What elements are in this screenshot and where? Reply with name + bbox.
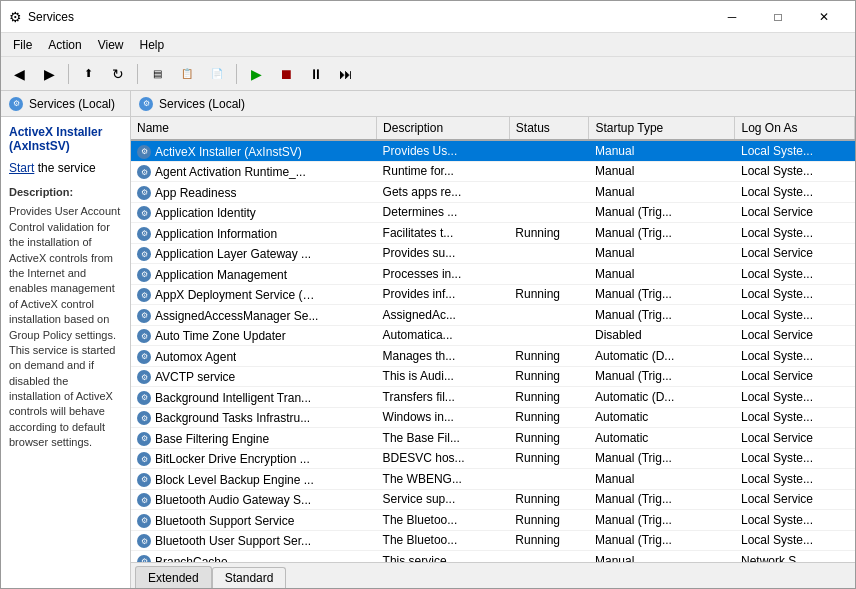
- service-name-cell: ⚙Agent Activation Runtime_...: [131, 161, 377, 182]
- service-logon-cell: Local Syste...: [735, 305, 855, 326]
- gear-icon: ⚙: [137, 268, 151, 282]
- toolbar-properties[interactable]: 📋: [173, 61, 201, 87]
- table-row[interactable]: ⚙Application Layer Gateway ...Provides s…: [131, 243, 855, 264]
- maximize-button[interactable]: □: [755, 1, 801, 33]
- table-row[interactable]: ⚙BitLocker Drive Encryption ...BDESVC ho…: [131, 448, 855, 469]
- service-name-cell: ⚙Application Layer Gateway ...: [131, 243, 377, 264]
- service-status-cell: [509, 325, 589, 346]
- gear-icon: ⚙: [137, 329, 151, 343]
- sidebar-header: ⚙ Services (Local): [1, 91, 130, 117]
- service-status-cell: Running: [509, 489, 589, 510]
- window-controls: ─ □ ✕: [709, 1, 847, 33]
- menu-view[interactable]: View: [90, 36, 132, 54]
- gear-icon: ⚙: [137, 186, 151, 200]
- service-name-text: App Readiness: [155, 186, 236, 200]
- service-logon-cell: Local Syste...: [735, 530, 855, 551]
- service-status-cell: [509, 305, 589, 326]
- menu-help[interactable]: Help: [132, 36, 173, 54]
- service-startup-cell: Manual: [589, 551, 735, 563]
- service-status-cell: [509, 161, 589, 182]
- service-icon: ⚙Automox Agent: [137, 350, 236, 364]
- toolbar-restart[interactable]: ⏭: [332, 61, 360, 87]
- panel-icon: ⚙: [139, 97, 153, 111]
- service-name-cell: ⚙Bluetooth Audio Gateway S...: [131, 489, 377, 510]
- sidebar-title: Services (Local): [29, 97, 115, 111]
- col-name[interactable]: Name: [131, 117, 377, 140]
- col-log-on[interactable]: Log On As: [735, 117, 855, 140]
- service-name-cell: ⚙Bluetooth Support Service: [131, 510, 377, 531]
- service-name-cell: ⚙ActiveX Installer (AxInstSV): [131, 140, 377, 161]
- service-logon-cell: Local Service: [735, 202, 855, 223]
- service-icon: ⚙Block Level Backup Engine ...: [137, 473, 314, 487]
- table-row[interactable]: ⚙App ReadinessGets apps re...ManualLocal…: [131, 182, 855, 203]
- service-icon: ⚙App Readiness: [137, 186, 236, 200]
- service-desc-cell: Provides inf...: [377, 284, 510, 305]
- window-title: Services: [28, 10, 74, 24]
- panel-header: ⚙ Services (Local): [131, 91, 855, 117]
- gear-icon: ⚙: [137, 145, 151, 159]
- toolbar-play[interactable]: ▶: [242, 61, 270, 87]
- table-row[interactable]: ⚙AssignedAccessManager Se...AssignedAc..…: [131, 305, 855, 326]
- service-startup-cell: Manual (Trig...: [589, 448, 735, 469]
- left-sidebar: ⚙ Services (Local) ActiveX Installer (Ax…: [1, 91, 131, 588]
- col-description[interactable]: Description: [377, 117, 510, 140]
- table-row[interactable]: ⚙Bluetooth Audio Gateway S...Service sup…: [131, 489, 855, 510]
- table-row[interactable]: ⚙Application ManagementProcesses in...Ma…: [131, 264, 855, 285]
- service-name-text: AssignedAccessManager Se...: [155, 309, 318, 323]
- minimize-button[interactable]: ─: [709, 1, 755, 33]
- toolbar-stop[interactable]: ⏹: [272, 61, 300, 87]
- description-title: Description:: [9, 185, 122, 200]
- table-row[interactable]: ⚙Agent Activation Runtime_...Runtime for…: [131, 161, 855, 182]
- toolbar-pause[interactable]: ⏸: [302, 61, 330, 87]
- service-startup-cell: Automatic: [589, 407, 735, 428]
- toolbar-help[interactable]: 📄: [203, 61, 231, 87]
- toolbar-back[interactable]: ◀: [5, 61, 33, 87]
- service-startup-cell: Manual: [589, 469, 735, 490]
- table-row[interactable]: ⚙Application InformationFacilitates t...…: [131, 223, 855, 244]
- service-name-cell: ⚙Application Identity: [131, 202, 377, 223]
- table-row[interactable]: ⚙Bluetooth Support ServiceThe Bluetoo...…: [131, 510, 855, 531]
- gear-icon: ⚙: [137, 350, 151, 364]
- tab-extended[interactable]: Extended: [135, 566, 212, 588]
- services-container[interactable]: Name Description Status Startup Type Log…: [131, 117, 855, 562]
- service-status-cell: [509, 551, 589, 563]
- gear-icon: ⚙: [137, 432, 151, 446]
- service-status-cell: Running: [509, 366, 589, 387]
- table-row[interactable]: ⚙Base Filtering EngineThe Base Fil...Run…: [131, 428, 855, 449]
- service-status-cell: [509, 264, 589, 285]
- service-startup-cell: Manual (Trig...: [589, 305, 735, 326]
- col-status[interactable]: Status: [509, 117, 589, 140]
- close-button[interactable]: ✕: [801, 1, 847, 33]
- main-window: ⚙ Services ─ □ ✕ File Action View Help ◀…: [0, 0, 856, 589]
- app-icon: ⚙: [9, 9, 22, 25]
- service-name-text: Base Filtering Engine: [155, 432, 269, 446]
- toolbar-refresh[interactable]: ↻: [104, 61, 132, 87]
- toolbar-show-hide[interactable]: ▤: [143, 61, 171, 87]
- toolbar-up[interactable]: ⬆: [74, 61, 102, 87]
- service-status-cell: Running: [509, 387, 589, 408]
- start-link[interactable]: Start: [9, 161, 34, 175]
- tab-standard[interactable]: Standard: [212, 567, 287, 588]
- table-row[interactable]: ⚙Background Tasks Infrastru...Windows in…: [131, 407, 855, 428]
- service-desc-cell: AssignedAc...: [377, 305, 510, 326]
- gear-icon: ⚙: [137, 452, 151, 466]
- service-name-text: Block Level Backup Engine ...: [155, 473, 314, 487]
- gear-icon: ⚙: [137, 247, 151, 261]
- table-row[interactable]: ⚙Auto Time Zone UpdaterAutomatica...Disa…: [131, 325, 855, 346]
- col-startup-type[interactable]: Startup Type: [589, 117, 735, 140]
- toolbar-forward[interactable]: ▶: [35, 61, 63, 87]
- table-row[interactable]: ⚙BranchCacheThis service ...ManualNetwor…: [131, 551, 855, 563]
- table-row[interactable]: ⚙Block Level Backup Engine ...The WBENG.…: [131, 469, 855, 490]
- service-icon: ⚙Bluetooth Audio Gateway S...: [137, 493, 311, 507]
- table-row[interactable]: ⚙Application IdentityDetermines ...Manua…: [131, 202, 855, 223]
- table-row[interactable]: ⚙Bluetooth User Support Ser...The Blueto…: [131, 530, 855, 551]
- table-row[interactable]: ⚙Background Intelligent Tran...Transfers…: [131, 387, 855, 408]
- table-row[interactable]: ⚙AppX Deployment Service (…Provides inf.…: [131, 284, 855, 305]
- menu-action[interactable]: Action: [40, 36, 89, 54]
- table-row[interactable]: ⚙AVCTP serviceThis is Audi...RunningManu…: [131, 366, 855, 387]
- table-row[interactable]: ⚙ActiveX Installer (AxInstSV)Provides Us…: [131, 140, 855, 161]
- table-row[interactable]: ⚙Automox AgentManages th...RunningAutoma…: [131, 346, 855, 367]
- gear-icon: ⚙: [137, 309, 151, 323]
- service-icon: ⚙AssignedAccessManager Se...: [137, 309, 318, 323]
- menu-file[interactable]: File: [5, 36, 40, 54]
